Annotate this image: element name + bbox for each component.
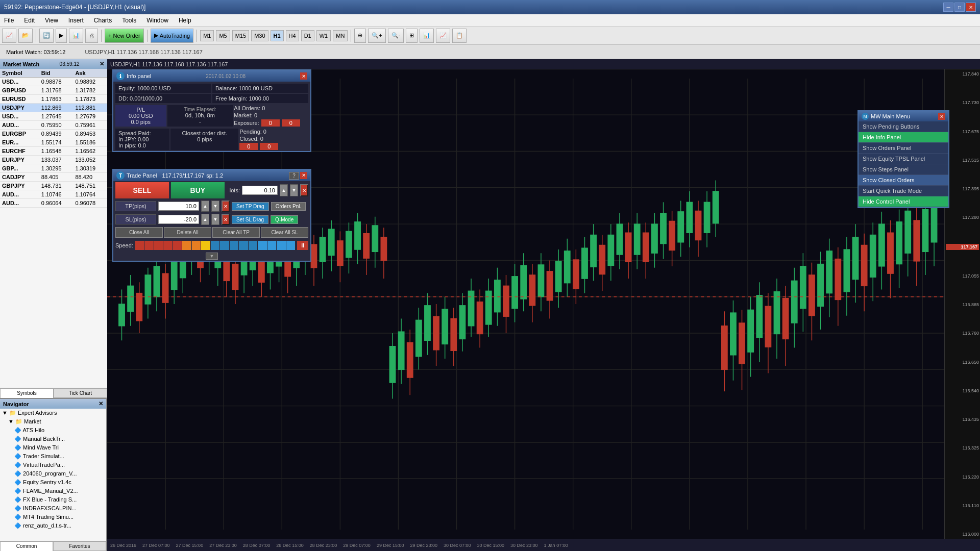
- nav-ats-hilo[interactable]: 🔷 ATS Hilo: [0, 426, 106, 435]
- menu-charts[interactable]: Charts: [92, 16, 114, 25]
- nav-fxblue[interactable]: 🔷 FX Blue - Trading S...: [0, 495, 106, 504]
- set-tp-drag-button[interactable]: Set TP Drag: [232, 202, 269, 211]
- period-mn[interactable]: MN: [333, 30, 348, 41]
- mw-row[interactable]: EURGBP 0.89439 0.89453: [0, 130, 107, 138]
- navigator-close[interactable]: ✕: [99, 400, 103, 407]
- mw-row[interactable]: AUD... 0.96064 0.96078: [0, 199, 107, 208]
- mw-row[interactable]: EURCHF 1.16548 1.16562: [0, 147, 107, 156]
- mw-row[interactable]: GBPUSD 1.31768 1.31782: [0, 86, 107, 95]
- tp-input[interactable]: [158, 202, 199, 211]
- trade-panel-close[interactable]: ✕: [300, 172, 307, 179]
- mw-menu-show-equity-tpsl[interactable]: Show Equity TPSL Panel: [859, 154, 948, 164]
- period-h4[interactable]: H4: [286, 30, 299, 41]
- mw-menu-close[interactable]: ✕: [938, 113, 945, 120]
- nav-indra[interactable]: 🔷 INDRAFXSCALPIN...: [0, 504, 106, 513]
- mw-row[interactable]: USD... 1.27645 1.27679: [0, 112, 107, 121]
- period-m5[interactable]: M5: [216, 30, 230, 41]
- period-w1[interactable]: W1: [316, 30, 331, 41]
- menu-file[interactable]: File: [2, 16, 16, 25]
- period-m1[interactable]: M1: [200, 30, 214, 41]
- toolbar-templates[interactable]: 📋: [452, 29, 467, 43]
- maximize-button[interactable]: □: [954, 3, 965, 12]
- tab-symbols[interactable]: Symbols: [0, 388, 54, 398]
- tab-favorites[interactable]: Favorites: [53, 541, 106, 551]
- tp-up-button[interactable]: ▲: [201, 201, 209, 212]
- nav-mind-wave-tri[interactable]: 🔷 Mind Wave Tri: [0, 443, 106, 452]
- toolbar-zoom-out[interactable]: 🔍-: [388, 29, 404, 43]
- period-d1[interactable]: D1: [301, 30, 314, 41]
- nav-flame[interactable]: 🔷 FLAME_Manual_V2...: [0, 487, 106, 495]
- nav-trader-simulat[interactable]: 🔷 Trader Simulat...: [0, 452, 106, 461]
- toolbar-indicators[interactable]: 📈: [436, 29, 450, 43]
- sl-input[interactable]: [158, 215, 199, 224]
- menu-tools[interactable]: Tools: [120, 16, 138, 25]
- q-mode-button[interactable]: Q-Mode: [271, 215, 298, 224]
- lots-down-button[interactable]: ▼: [290, 184, 298, 196]
- nav-market[interactable]: ▼ 📁 Market: [0, 417, 106, 426]
- mw-row-selected[interactable]: USDJPY 112.869 112.881: [0, 104, 107, 112]
- sl-close-button[interactable]: ✕: [222, 214, 230, 225]
- lots-close-button[interactable]: ✕: [300, 184, 308, 196]
- trade-help-button[interactable]: ?: [289, 172, 299, 180]
- sell-button[interactable]: SELL: [115, 182, 169, 198]
- mw-menu-hide-control[interactable]: Hide Control Panel: [859, 196, 948, 207]
- nav-manual-backtr[interactable]: 🔷 Manual BackTr...: [0, 435, 106, 443]
- toolbar-zoom-in[interactable]: 🔍+: [368, 29, 385, 43]
- toolbar-open[interactable]: 📂: [18, 29, 33, 43]
- period-m30[interactable]: M30: [251, 30, 268, 41]
- minimize-button[interactable]: ─: [943, 3, 953, 12]
- period-h1[interactable]: H1: [271, 30, 284, 41]
- mw-row[interactable]: EURJPY 133.037 133.052: [0, 156, 107, 164]
- close-button[interactable]: ✕: [966, 3, 976, 12]
- delete-all-button[interactable]: Delete All: [164, 227, 211, 238]
- tab-common[interactable]: Common: [0, 541, 53, 551]
- nav-expert-advisors[interactable]: ▼ 📁 Expert Advisors: [0, 409, 106, 417]
- mw-row[interactable]: USD... 0.98878 0.98892: [0, 78, 107, 86]
- close-all-button[interactable]: Close All: [115, 227, 163, 238]
- tab-tick-chart[interactable]: Tick Chart: [54, 388, 107, 398]
- mw-menu-show-steps[interactable]: Show Steps Panel: [859, 164, 948, 175]
- lots-input[interactable]: [242, 186, 278, 195]
- market-watch-close[interactable]: ✕: [100, 61, 104, 67]
- info-panel-close[interactable]: ✕: [300, 72, 307, 80]
- orders-pnl-button[interactable]: Orders Pnl.: [271, 202, 306, 211]
- tp-close-button[interactable]: ✕: [222, 201, 230, 212]
- toolbar-grid[interactable]: ⊞: [406, 29, 418, 43]
- clear-all-tp-button[interactable]: Clear All TP: [212, 227, 260, 238]
- mw-row[interactable]: AUD... 0.75950 0.75961: [0, 121, 107, 130]
- mw-menu-show-closed[interactable]: Show Closed Orders: [859, 175, 948, 186]
- mw-row[interactable]: EURUSD 1.17863 1.17873: [0, 95, 107, 104]
- tp-down-button[interactable]: ▼: [211, 201, 219, 212]
- toolbar-refresh[interactable]: 🔄: [39, 29, 54, 43]
- toolbar-new-chart[interactable]: 📈: [2, 29, 16, 43]
- mw-row[interactable]: GBPJPY 148.731 148.751: [0, 182, 107, 190]
- mw-menu-show-pending[interactable]: Show Pending Buttons: [859, 121, 948, 132]
- period-m15[interactable]: M15: [232, 30, 249, 41]
- nav-204060[interactable]: 🔷 204060_program_V...: [0, 469, 106, 478]
- mw-row[interactable]: AUD... 1.10746 1.10764: [0, 190, 107, 199]
- trade-dropdown-button[interactable]: ▼: [206, 253, 218, 260]
- menu-window[interactable]: Window: [144, 16, 170, 25]
- nav-equity-sentry[interactable]: 🔷 Equity Sentry v1.4c: [0, 478, 106, 487]
- lots-up-button[interactable]: ▲: [280, 184, 288, 196]
- clear-all-sl-button[interactable]: Clear All SL: [261, 227, 308, 238]
- menu-insert[interactable]: Insert: [66, 16, 86, 25]
- toolbar-forward[interactable]: ▶: [56, 29, 67, 43]
- mw-menu-quick-trade[interactable]: Start Quick Trade Mode: [859, 186, 948, 196]
- toolbar-crosshair[interactable]: ⊕: [354, 29, 366, 43]
- nav-mt4-trading[interactable]: 🔷 MT4 Trading Simu...: [0, 513, 106, 521]
- buy-button[interactable]: BUY: [171, 182, 225, 198]
- menu-edit[interactable]: Edit: [22, 16, 37, 25]
- mw-row[interactable]: EUR... 1.55174 1.55186: [0, 138, 107, 147]
- speed-pause-button[interactable]: ⏸: [297, 241, 308, 250]
- autotrading-button[interactable]: ▶ AutoTrading: [151, 29, 194, 43]
- new-order-button[interactable]: + New Order: [105, 29, 144, 43]
- mw-row[interactable]: GBP... 1.30295 1.30319: [0, 164, 107, 173]
- menu-view[interactable]: View: [43, 16, 60, 25]
- sl-up-button[interactable]: ▲: [201, 214, 209, 225]
- nav-virtual-trade[interactable]: 🔷 VirtualTradePa...: [0, 461, 106, 469]
- mw-row[interactable]: CADJPY 88.405 88.420: [0, 173, 107, 182]
- toolbar-vol[interactable]: 📊: [420, 29, 434, 43]
- nav-renz[interactable]: 🔷 renz_auto_d.t.s-tr...: [0, 521, 106, 530]
- mw-menu-show-orders[interactable]: Show Orders Panel: [859, 143, 948, 154]
